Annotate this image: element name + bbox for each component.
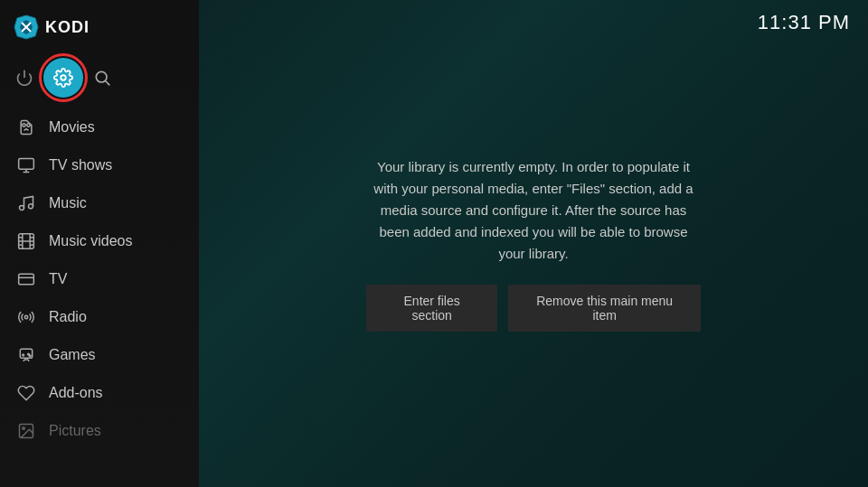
- music-videos-icon: [16, 231, 36, 251]
- radio-icon: [16, 307, 36, 327]
- pictures-label: Pictures: [49, 423, 101, 439]
- svg-point-6: [96, 71, 107, 82]
- power-icon: [15, 69, 33, 87]
- sidebar-menu: Movies TV shows: [0, 105, 199, 487]
- games-icon: [16, 345, 36, 365]
- sidebar-item-movies[interactable]: Movies: [0, 108, 199, 146]
- svg-rect-23: [19, 274, 34, 285]
- tvshows-label: TV shows: [49, 157, 112, 173]
- addons-icon: [16, 383, 36, 403]
- power-button[interactable]: [9, 62, 40, 93]
- remove-menu-item-button[interactable]: Remove this main menu item: [508, 285, 701, 332]
- svg-point-8: [23, 124, 25, 126]
- sidebar-icon-row: [0, 54, 199, 105]
- music-icon: [16, 193, 36, 213]
- sidebar-item-pictures[interactable]: Pictures: [0, 412, 199, 450]
- svg-point-14: [29, 204, 33, 209]
- tv-shows-icon: [16, 155, 36, 175]
- sidebar: KODI: [0, 0, 199, 487]
- sidebar-item-games[interactable]: Games: [0, 336, 199, 374]
- svg-point-31: [23, 427, 24, 430]
- sidebar-item-radio[interactable]: Radio: [0, 298, 199, 336]
- addons-label: Add-ons: [49, 385, 103, 401]
- sidebar-item-musicvideos[interactable]: Music videos: [0, 222, 199, 260]
- search-button[interactable]: [87, 62, 118, 93]
- radio-label: Radio: [49, 309, 87, 325]
- app-title: KODI: [45, 18, 90, 37]
- svg-point-29: [29, 355, 31, 357]
- svg-point-25: [24, 315, 27, 318]
- tv-icon: [16, 269, 36, 289]
- sidebar-header: KODI: [0, 0, 199, 54]
- settings-icon: [53, 68, 73, 88]
- kodi-logo-icon: [13, 14, 40, 41]
- kodi-logo: KODI: [13, 14, 90, 41]
- svg-point-13: [20, 206, 24, 211]
- library-empty-message: Your library is currently empty. In orde…: [366, 156, 701, 332]
- svg-line-7: [106, 81, 110, 86]
- music-label: Music: [49, 195, 87, 211]
- sidebar-item-music[interactable]: Music: [0, 184, 199, 222]
- sidebar-item-tv[interactable]: TV: [0, 260, 199, 298]
- search-icon: [93, 69, 111, 87]
- main-screen: KODI: [0, 0, 868, 487]
- movies-label: Movies: [49, 119, 95, 136]
- library-message-text: Your library is currently empty. In orde…: [366, 156, 701, 265]
- svg-point-9: [27, 124, 30, 126]
- sidebar-item-addons[interactable]: Add-ons: [0, 374, 199, 412]
- tv-label: TV: [49, 271, 67, 287]
- pictures-icon: [16, 421, 36, 441]
- time-display: 11:31 PM: [758, 11, 850, 34]
- movies-icon: [16, 117, 36, 137]
- settings-button[interactable]: [43, 58, 83, 98]
- musicvideos-label: Music videos: [49, 233, 132, 249]
- action-buttons: Enter files section Remove this main men…: [366, 285, 701, 332]
- svg-rect-10: [19, 159, 34, 170]
- main-content: 11:31 PM Your library is currently empty…: [199, 0, 868, 487]
- games-label: Games: [49, 347, 96, 363]
- svg-point-5: [61, 75, 66, 80]
- sidebar-item-tvshows[interactable]: TV shows: [0, 146, 199, 184]
- enter-files-button[interactable]: Enter files section: [366, 285, 497, 332]
